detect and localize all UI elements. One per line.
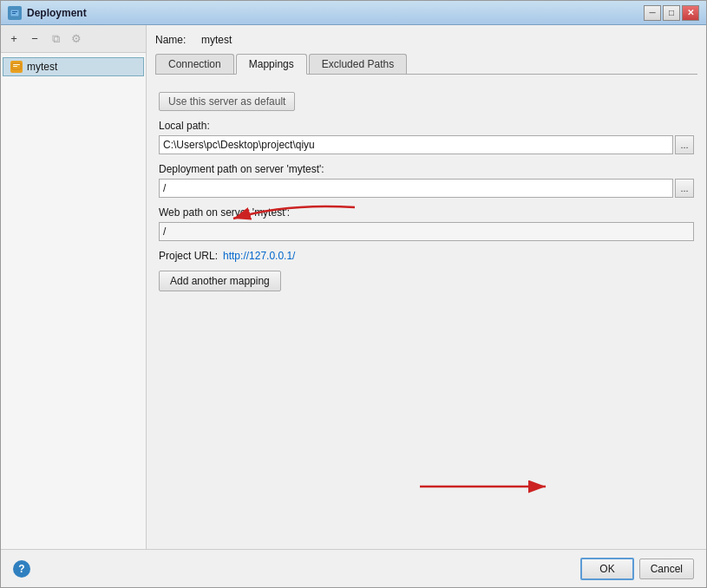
tab-mappings[interactable]: Mappings: [236, 54, 307, 75]
tab-connection[interactable]: Connection: [155, 54, 234, 74]
deployment-path-row: ...: [159, 179, 694, 198]
web-path-section: Web path on server 'mytest':: [159, 206, 694, 241]
title-bar: Deployment ─ □ ✕: [1, 1, 706, 25]
svg-rect-4: [13, 64, 20, 65]
local-path-section: Local path: ...: [159, 120, 694, 154]
title-bar-buttons: ─ □ ✕: [644, 5, 699, 21]
cancel-button[interactable]: Cancel: [639, 559, 694, 579]
tab-content-mappings: Use this server as default Local path: .…: [155, 82, 697, 540]
deployment-dialog: Deployment ─ □ ✕ + − ⧉ ⚙: [0, 0, 707, 588]
server-item-icon: [10, 61, 23, 73]
minimize-button[interactable]: ─: [644, 5, 661, 21]
left-toolbar: + − ⧉ ⚙: [1, 25, 146, 53]
deployment-path-section: Deployment path on server 'mytest': ...: [159, 163, 694, 198]
tab-excluded-paths[interactable]: Excluded Paths: [309, 54, 407, 74]
maximize-button[interactable]: □: [663, 5, 680, 21]
right-panel: Name: mytest Connection Mappings Exclude…: [147, 25, 706, 549]
local-path-row: ...: [159, 135, 694, 154]
dialog-icon: [8, 6, 22, 20]
web-path-label: Web path on server 'mytest':: [159, 206, 694, 219]
dialog-body: + − ⧉ ⚙ mytest: [1, 25, 706, 549]
tabs-bar: Connection Mappings Excluded Paths: [155, 53, 697, 75]
close-button[interactable]: ✕: [682, 5, 699, 21]
bottom-bar: ? OK Cancel: [1, 549, 706, 587]
add-server-button[interactable]: +: [4, 29, 23, 49]
deployment-path-input[interactable]: [159, 179, 673, 198]
settings-button[interactable]: ⚙: [67, 29, 86, 49]
help-button[interactable]: ?: [13, 560, 30, 578]
name-label: Name:: [155, 34, 194, 46]
bottom-buttons: OK Cancel: [580, 558, 694, 580]
svg-rect-2: [12, 13, 16, 14]
default-server-button[interactable]: Use this server as default: [159, 92, 295, 111]
ok-button[interactable]: OK: [580, 558, 633, 580]
svg-rect-1: [12, 11, 17, 12]
server-item-label: mytest: [27, 61, 57, 73]
deployment-path-browse-button[interactable]: ...: [675, 179, 694, 198]
web-path-row: [159, 222, 694, 241]
dialog-title: Deployment: [27, 7, 87, 19]
name-value: mytest: [201, 34, 232, 46]
left-panel: + − ⧉ ⚙ mytest: [1, 25, 147, 549]
server-list: mytest: [1, 53, 146, 549]
svg-rect-5: [13, 66, 17, 67]
project-url-row: Project URL: http://127.0.0.1/: [159, 250, 694, 262]
server-item-mytest[interactable]: mytest: [3, 57, 144, 76]
project-url-label: Project URL:: [159, 250, 218, 262]
local-path-browse-button[interactable]: ...: [675, 135, 694, 154]
name-row: Name: mytest: [155, 34, 697, 46]
local-path-input[interactable]: [159, 135, 673, 154]
local-path-label: Local path:: [159, 120, 694, 132]
right-panel-wrapper: Name: mytest Connection Mappings Exclude…: [147, 25, 706, 549]
add-mapping-button[interactable]: Add another mapping: [159, 271, 281, 291]
title-bar-left: Deployment: [8, 6, 87, 20]
project-url-link[interactable]: http://127.0.0.1/: [223, 250, 295, 262]
deployment-path-label: Deployment path on server 'mytest':: [159, 163, 694, 175]
copy-server-button[interactable]: ⧉: [46, 29, 65, 49]
web-path-input[interactable]: [159, 222, 694, 241]
remove-server-button[interactable]: −: [25, 29, 44, 49]
